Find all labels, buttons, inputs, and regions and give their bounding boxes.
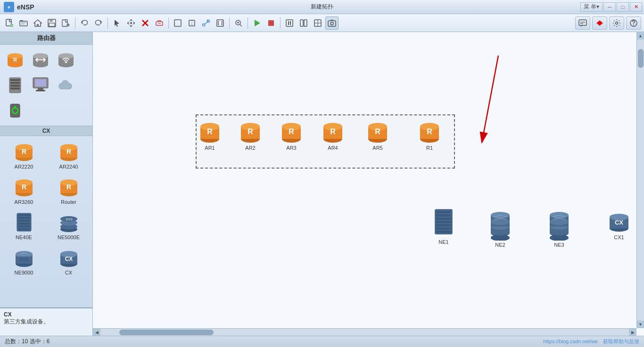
redo-button[interactable] [92,16,105,30]
svg-rect-7 [62,20,67,26]
svg-point-51 [65,61,67,63]
sidebar-item-cloud[interactable] [55,74,77,97]
device-r1[interactable]: R R1 [417,119,442,151]
sidebar-info: CX 第三方集成设备。 [0,307,92,336]
svg-line-20 [240,24,242,26]
device-ar1[interactable]: R AR1 [198,119,222,151]
sidebar-item-cx[interactable]: CX CX [48,245,90,277]
sidebar-label-ar2240: AR2240 [59,164,78,169]
svg-text:CX: CX [65,256,73,262]
svg-rect-129 [436,227,451,230]
svg-rect-125 [436,214,451,217]
device-ar2-label: AR2 [245,145,255,151]
home-button[interactable] [31,16,44,30]
device-ne3-label: NE3 [554,242,564,248]
sidebar-label-ar3260: AR3260 [15,199,33,205]
sidebar-item-ne40e[interactable]: NE40E [3,210,45,242]
canvas-hscroll[interactable]: ◀ ▶ [93,328,636,336]
toolbar-separator-5 [248,17,248,29]
close-button[interactable]: ✕ [630,2,642,12]
svg-rect-58 [35,79,46,87]
scroll-up-arrow[interactable]: ▲ [637,32,644,40]
sidebar-item-ar-generic[interactable]: R [4,48,26,71]
pan-button[interactable] [124,16,138,30]
sidebar-item-ar2220[interactable]: R AR2220 [3,139,45,171]
select-button[interactable] [110,16,124,30]
main-area: 路由器 R [0,32,644,336]
sidebar-item-ar3260[interactable]: R AR3260 [3,174,45,207]
restore-button[interactable]: □ [617,2,629,12]
total-label: 总数： [5,338,22,345]
svg-rect-33 [328,21,336,26]
split-button[interactable] [297,16,310,30]
status-help[interactable]: 获取帮助与反馈 [603,339,639,344]
play-button[interactable] [250,16,264,30]
device-ar3[interactable]: R AR3 [279,119,304,151]
device-ne3[interactable]: NE3 [547,209,571,248]
text-button[interactable] [171,16,184,30]
scroll-left-arrow[interactable]: ◀ [93,329,100,336]
sidebar-item-ar-wireless[interactable] [55,48,77,71]
menu-button[interactable]: 菜 单▾ [580,2,603,12]
cx-grid: R AR2220 R AR2240 [3,139,90,277]
new-button[interactable] [3,16,16,30]
scroll-right-arrow[interactable]: ▶ [629,329,636,336]
sidebar-item-ar2240[interactable]: R AR2240 [48,139,90,171]
device-cx1[interactable]: CX CX1 [607,209,631,240]
canvas-area[interactable]: R AR1 R AR2 R AR3 [93,32,644,336]
sidebar-item-ar-switch[interactable] [29,48,52,71]
sidebar-item-ne5000e[interactable]: ⠿⠿⠿ NE5000E [48,210,90,242]
minimize-button[interactable]: ─ [603,2,616,12]
sidebar-item-pc[interactable] [29,74,52,97]
sidebar-item-power[interactable] [4,99,26,122]
svg-text:R: R [427,128,432,136]
svg-text:R: R [289,128,294,136]
open-network-button[interactable] [17,16,30,30]
canvas-vscroll[interactable]: ▲ ▼ [636,32,644,328]
device-ne1[interactable]: NE1 [431,209,456,245]
zoom-fit-button[interactable] [214,16,227,30]
snapshot-button[interactable] [325,16,339,30]
help-button[interactable] [626,16,641,30]
rect-button[interactable] [185,16,198,30]
svg-rect-25 [286,20,293,26]
stop-button[interactable] [264,16,278,30]
status-count: 总数：10 选中：6 [5,338,50,346]
device-ar3-label: AR3 [286,145,296,151]
sidebar-info-title: CX [4,311,89,318]
erase-button[interactable] [153,16,166,30]
huawei-button[interactable] [592,16,607,30]
device-ne1-label: NE1 [438,239,448,245]
selected-count: 6 [47,338,50,345]
undo-button[interactable] [78,16,91,30]
zoom-in-button[interactable] [232,16,245,30]
export-button[interactable] [59,16,73,30]
sidebar-router-category: 路由器 [0,32,92,45]
pause-button[interactable] [283,16,296,30]
sidebar-label-ne5000e: NE5000E [58,234,80,240]
sidebar-item-ar-rack[interactable] [4,74,26,97]
device-ar2[interactable]: R AR2 [238,119,263,151]
vscroll-thumb[interactable] [638,49,644,68]
svg-point-145 [550,218,569,225]
svg-text:R: R [330,128,336,136]
hscroll-thumb[interactable] [119,330,214,335]
save-button[interactable] [45,16,58,30]
svg-text:R: R [13,57,17,63]
delete-button[interactable] [139,16,152,30]
status-link[interactable]: https://blog.csdn.net/we [543,339,598,344]
sidebar-scroll[interactable]: R AR2220 R AR2240 [0,136,92,307]
device-ar4[interactable]: R AR4 [321,119,345,151]
connect-button[interactable] [199,16,213,30]
chat-button[interactable] [575,16,590,30]
settings-button[interactable] [609,16,624,30]
sidebar-item-router[interactable]: R Router [48,174,90,207]
svg-rect-130 [436,231,451,233]
device-ne2[interactable]: NE2 [488,209,512,248]
device-ar5[interactable]: R AR5 [365,119,390,151]
svg-rect-18 [217,20,223,26]
svg-point-34 [330,22,333,25]
scroll-down-arrow[interactable]: ▼ [637,321,644,328]
sidebar-item-ne9000[interactable]: NE9000 [3,245,45,277]
grid-button[interactable] [311,16,324,30]
